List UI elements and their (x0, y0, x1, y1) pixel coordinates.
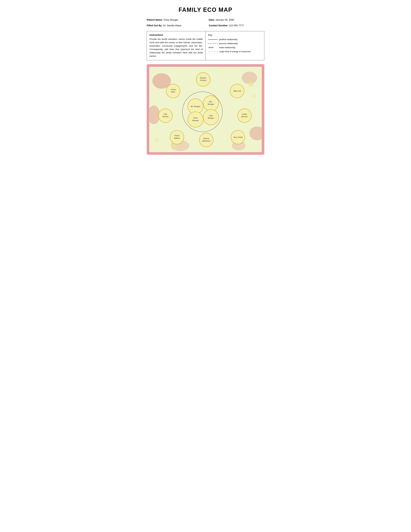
weak-line-icon: --/--/--/-- (208, 46, 218, 49)
eco-map-inner: Kwame Perkins Leena Klein Aldra Cal Faiz… (149, 67, 262, 152)
svg-text:Benson: Benson (241, 115, 248, 117)
svg-text:Morgan: Morgan (192, 119, 199, 121)
date-row: Date: January 09, 2060 (209, 18, 264, 22)
svg-text:Jerry Small: Jerry Small (233, 136, 243, 138)
svg-point-9 (155, 137, 159, 142)
svg-text:Simma: Simma (203, 137, 209, 139)
solid-line-icon (208, 39, 218, 40)
positive-label: positive relationship (219, 38, 237, 41)
svg-text:Mrs.: Mrs. (209, 101, 213, 103)
info-grid: Patient Name: Tracy Morgan Date: January… (147, 18, 264, 27)
key-cell: Key positive relationship tenuous relati… (206, 31, 264, 60)
weak-label: weak relationship (219, 46, 235, 49)
svg-point-6 (248, 81, 254, 87)
filled-label: Filled Out By: (147, 24, 162, 27)
instructions-cell: Instructions Provide the family members'… (147, 31, 206, 60)
key-item-positive: positive relationship (208, 38, 262, 41)
svg-text:Nichols: Nichols (162, 115, 168, 117)
arrows-label: major flow of energy or resources (220, 50, 251, 53)
eco-map-svg: Kwame Perkins Leena Klein Aldra Cal Faiz… (149, 67, 262, 152)
svg-text:Morgan: Morgan (208, 103, 214, 105)
svg-text:Krista: Krista (242, 113, 247, 115)
svg-text:Kwame: Kwame (200, 77, 206, 79)
filled-row: Filled Out By: Dr. Sandra Alaya (147, 24, 202, 28)
key-item-arrows: → → → → major flow of energy or resource… (208, 50, 262, 53)
contact-label: Contact Number: (209, 24, 228, 27)
instructions-text: Provide the family members' names inside… (149, 38, 203, 58)
svg-text:Kelvin: Kelvin (174, 135, 179, 137)
svg-text:Faiz: Faiz (164, 113, 167, 115)
arrows-icon: → → → → (208, 50, 218, 53)
svg-text:Dickerson: Dickerson (202, 140, 210, 142)
date-value: January 09, 2060 (215, 18, 234, 21)
key-item-weak: --/--/--/-- weak relationship (208, 46, 262, 49)
svg-text:Klein: Klein (171, 91, 175, 93)
svg-text:Morgan: Morgan (208, 117, 214, 119)
key-title: Key (208, 34, 262, 36)
svg-point-3 (250, 126, 262, 140)
svg-text:Tracy: Tracy (193, 117, 198, 119)
patient-label: Patient Name: (147, 18, 163, 21)
instructions-key-table: Instructions Provide the family members'… (147, 31, 264, 60)
patient-name-row: Patient Name: Tracy Morgan (147, 18, 202, 22)
instructions-title: Instructions (149, 34, 203, 36)
svg-text:Walton: Walton (174, 137, 180, 139)
svg-text:Aldra Cal: Aldra Cal (233, 90, 241, 92)
svg-text:Leena: Leena (170, 88, 176, 90)
tenuous-label: tenuous relationship (219, 42, 238, 45)
svg-text:Perkins: Perkins (200, 79, 206, 81)
dashed-line-icon (208, 43, 218, 44)
filled-value: Dr. Sandra Alaya (163, 24, 181, 27)
eco-map-outer: Kwame Perkins Leena Klein Aldra Cal Faiz… (147, 64, 264, 155)
date-label: Date: (209, 18, 215, 21)
svg-point-7 (252, 95, 256, 98)
key-item-tenuous: tenuous relationship (208, 42, 262, 45)
page-title: FAMILY ECO MAP (147, 6, 264, 13)
svg-text:Jack: Jack (209, 115, 213, 116)
patient-value: Tracy Morgan (163, 18, 178, 21)
contact-value: 222 555 7777 (229, 24, 244, 27)
contact-row: Contact Number: 222 555 7777 (209, 24, 264, 28)
svg-text:Mr. Morgan: Mr. Morgan (191, 105, 200, 107)
